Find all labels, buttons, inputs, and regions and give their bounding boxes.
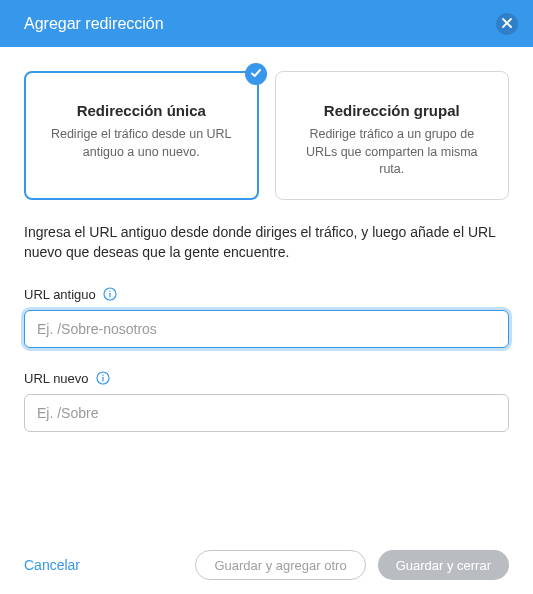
redirect-type-cards: Redirección única Redirige el tráfico de…: [24, 71, 509, 200]
dialog-footer: Cancelar Guardar y agregar otro Guardar …: [0, 536, 533, 594]
card-single-redirect[interactable]: Redirección única Redirige el tráfico de…: [24, 71, 259, 200]
card-description: Redirige tráfico a un grupo de URLs que …: [294, 126, 491, 179]
svg-point-6: [102, 375, 103, 376]
footer-actions: Guardar y agregar otro Guardar y cerrar: [195, 550, 509, 580]
card-group-redirect[interactable]: Redirección grupal Redirige tráfico a un…: [275, 71, 510, 200]
card-title: Redirección única: [43, 102, 240, 119]
intro-text: Ingresa el URL antiguo desde donde dirig…: [24, 222, 509, 263]
dialog-header: Agregar redirección: [0, 0, 533, 47]
new-url-input[interactable]: [24, 394, 509, 432]
close-button[interactable]: [496, 13, 518, 35]
check-icon: [250, 65, 262, 83]
field-label-row: URL antiguo: [24, 286, 509, 302]
close-icon: [502, 16, 512, 31]
field-new-url: URL nuevo: [24, 370, 509, 432]
card-description: Redirige el tráfico desde un URL antiguo…: [43, 126, 240, 161]
old-url-input[interactable]: [24, 310, 509, 348]
selected-check-badge: [245, 63, 267, 85]
dialog-content: Redirección única Redirige el tráfico de…: [0, 47, 533, 536]
card-title: Redirección grupal: [294, 102, 491, 119]
info-icon[interactable]: [95, 370, 111, 386]
save-and-close-button[interactable]: Guardar y cerrar: [378, 550, 509, 580]
field-label: URL nuevo: [24, 371, 89, 386]
svg-point-3: [109, 291, 110, 292]
dialog-title: Agregar redirección: [24, 15, 164, 33]
field-label: URL antiguo: [24, 287, 96, 302]
save-and-add-another-button[interactable]: Guardar y agregar otro: [195, 550, 365, 580]
field-old-url: URL antiguo: [24, 286, 509, 348]
cancel-button[interactable]: Cancelar: [24, 557, 80, 573]
info-icon[interactable]: [102, 286, 118, 302]
field-label-row: URL nuevo: [24, 370, 509, 386]
